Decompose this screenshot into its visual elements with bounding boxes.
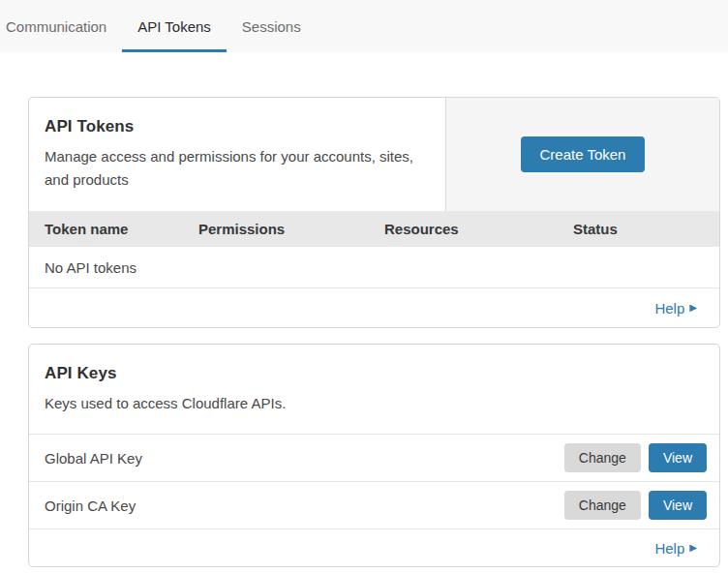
api-tokens-card-footer: Help ▶ — [29, 288, 719, 327]
token-table-header: Token name Permissions Resources Status — [29, 211, 719, 247]
change-origin-ca-key-button[interactable]: Change — [564, 491, 641, 520]
help-arrow-icon: ▶ — [689, 303, 697, 313]
api-key-label-global: Global API Key — [45, 450, 564, 467]
api-tokens-help-link[interactable]: Help ▶ — [654, 300, 697, 317]
tab-sessions[interactable]: Sessions — [227, 0, 317, 52]
token-table-header-status: Status — [573, 221, 719, 237]
api-keys-help-label: Help — [654, 540, 684, 557]
api-keys-help-link[interactable]: Help ▶ — [654, 540, 697, 557]
token-table-header-token-name: Token name — [45, 221, 198, 237]
settings-tab-bar: Communication API Tokens Sessions — [0, 0, 728, 52]
api-tokens-title: API Tokens — [45, 117, 430, 136]
help-arrow-icon: ▶ — [689, 543, 697, 553]
api-tokens-card-header-text: API Tokens Manage access and permissions… — [29, 98, 445, 211]
api-tokens-help-label: Help — [654, 300, 684, 317]
api-tokens-description: Manage access and permissions for your a… — [45, 145, 430, 192]
token-table-header-permissions: Permissions — [198, 221, 384, 237]
main-content: API Tokens Manage access and permissions… — [0, 52, 728, 567]
tab-communication[interactable]: Communication — [6, 0, 122, 52]
create-token-button[interactable]: Create Token — [521, 136, 646, 172]
api-tokens-card: API Tokens Manage access and permissions… — [28, 97, 720, 328]
api-keys-card: API Keys Keys used to access Cloudflare … — [28, 344, 720, 567]
token-table-empty-row: No API tokens — [29, 247, 719, 288]
api-tokens-card-action-panel: Create Token — [445, 98, 719, 211]
change-global-api-key-button[interactable]: Change — [564, 443, 641, 472]
view-origin-ca-key-button[interactable]: View — [649, 491, 707, 520]
api-keys-card-header: API Keys Keys used to access Cloudflare … — [29, 345, 719, 435]
tab-api-tokens[interactable]: API Tokens — [122, 0, 227, 52]
view-global-api-key-button[interactable]: View — [649, 443, 707, 472]
api-key-actions-global: Change View — [564, 443, 707, 472]
api-keys-title: API Keys — [45, 364, 704, 383]
api-key-actions-origin-ca: Change View — [564, 491, 707, 520]
token-table-header-resources: Resources — [384, 221, 573, 237]
api-keys-card-footer: Help ▶ — [29, 529, 719, 566]
api-key-row-origin-ca: Origin CA Key Change View — [29, 482, 719, 529]
api-key-label-origin-ca: Origin CA Key — [45, 498, 564, 514]
api-tokens-card-header: API Tokens Manage access and permissions… — [29, 98, 719, 211]
api-keys-description: Keys used to access Cloudflare APIs. — [45, 392, 704, 415]
token-table-empty-message: No API tokens — [45, 259, 136, 276]
api-key-row-global: Global API Key Change View — [29, 435, 719, 482]
